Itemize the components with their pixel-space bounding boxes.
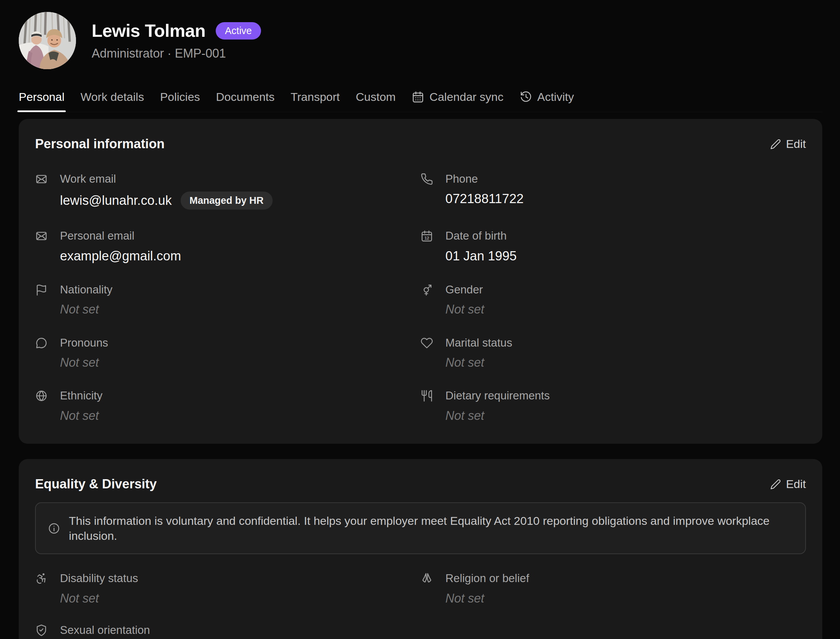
field-label: Sexual orientation (60, 623, 150, 637)
confidentiality-notice-text: This information is voluntary and confid… (69, 513, 793, 543)
field-value: Not set (445, 302, 484, 316)
mail-icon (35, 173, 48, 185)
tab-label: Custom (356, 90, 395, 103)
field-religion-or-belief: Religion or beliefNot set (421, 571, 806, 605)
speech-bubble-icon (35, 337, 48, 349)
heart-icon (421, 337, 433, 349)
shield-check-icon (35, 624, 48, 637)
field-disability-status: Disability statusNot set (35, 571, 421, 605)
edit-personal-information-button[interactable]: Edit (770, 137, 806, 151)
field-value: Not set (445, 409, 484, 423)
tab-policies[interactable]: Policies (160, 90, 200, 112)
field-work-email: Work emaillewis@lunahr.co.ukManaged by H… (35, 172, 421, 210)
field-label: Personal email (60, 229, 181, 243)
field-label: Dietary requirements (445, 388, 549, 402)
phone-icon (421, 173, 433, 185)
avatar (19, 12, 76, 69)
history-icon (520, 91, 532, 103)
employee-profile-page: Lewis Tolman Active Administrator · EMP-… (0, 0, 840, 639)
confidentiality-notice: This information is voluntary and confid… (35, 502, 806, 554)
field-label: Marital status (445, 336, 512, 350)
field-value: Not set (60, 356, 99, 369)
field-label: Gender (445, 283, 484, 297)
field-label: Work email (60, 172, 273, 186)
field-label: Phone (445, 172, 524, 186)
tab-custom[interactable]: Custom (356, 90, 395, 112)
personal-information-card: Personal information Edit Work emaillewi… (19, 119, 822, 444)
field-phone: Phone07218811722 (421, 172, 806, 210)
tab-transport[interactable]: Transport (291, 90, 340, 112)
tab-label: Transport (291, 90, 340, 103)
tab-label: Calendar sync (429, 90, 503, 103)
tab-activity[interactable]: Activity (520, 90, 574, 112)
field-label: Nationality (60, 283, 113, 297)
praying-hands-icon (421, 572, 433, 585)
field-nationality: NationalityNot set (35, 283, 421, 316)
calendar-icon (412, 91, 424, 103)
field-gender: GenderNot set (421, 283, 806, 316)
field-personal-email: Personal emailexample@gmail.com (35, 229, 421, 264)
field-value: Not set (60, 302, 99, 316)
field-value: 01 Jan 1995 (445, 249, 517, 264)
field-dietary-requirements: Dietary requirementsNot set (421, 388, 806, 423)
field-date-of-birth: 12Date of birth01 Jan 1995 (421, 229, 806, 264)
tab-documents[interactable]: Documents (216, 90, 275, 112)
info-icon (48, 523, 60, 534)
field-label: Ethnicity (60, 388, 103, 402)
field-label: Date of birth (445, 229, 517, 243)
field-value: 07218811722 (445, 192, 524, 207)
field-sexual-orientation: Sexual orientationNot set (35, 623, 421, 639)
personal-fields-grid: Work emaillewis@lunahr.co.ukManaged by H… (35, 172, 806, 423)
gender-icon (421, 283, 433, 296)
svg-text:12: 12 (425, 236, 429, 241)
tab-label: Work details (80, 90, 144, 103)
field-value: Not set (60, 409, 99, 423)
tab-label: Policies (160, 90, 200, 103)
field-label: Pronouns (60, 336, 108, 350)
field-value: Not set (445, 356, 484, 369)
pencil-icon (770, 139, 781, 149)
pencil-icon (770, 479, 781, 490)
edit-equality-diversity-button[interactable]: Edit (770, 477, 806, 491)
edit-button-label: Edit (786, 137, 806, 151)
role-employee-id: Administrator · EMP-001 (92, 46, 261, 60)
tab-personal[interactable]: Personal (19, 90, 64, 112)
header-text: Lewis Tolman Active Administrator · EMP-… (92, 21, 261, 60)
profile-tabs: PersonalWork detailsPoliciesDocumentsTra… (19, 90, 822, 112)
profile-header: Lewis Tolman Active Administrator · EMP-… (19, 0, 822, 69)
flag-icon (35, 283, 48, 296)
equality-diversity-title: Equality & Diversity (35, 477, 157, 491)
equality-fields-grid: Disability statusNot setReligion or beli… (35, 571, 806, 639)
field-value: Not set (445, 591, 484, 605)
field-value: lewis@lunahr.co.uk (60, 193, 172, 208)
field-ethnicity: EthnicityNot set (35, 388, 421, 423)
field-value: Not set (60, 591, 99, 605)
field-marital-status: Marital statusNot set (421, 336, 806, 370)
personal-information-title: Personal information (35, 137, 165, 151)
globe-icon (35, 389, 48, 402)
wheelchair-icon (35, 572, 48, 585)
field-pronouns: PronounsNot set (35, 336, 421, 370)
managed-by-hr-chip: Managed by HR (181, 192, 273, 210)
tab-label: Activity (537, 90, 574, 103)
field-label: Disability status (60, 571, 138, 585)
mail-icon (35, 230, 48, 242)
page-title: Lewis Tolman (92, 21, 205, 41)
tab-work-details[interactable]: Work details (80, 90, 144, 112)
calendar-date-icon: 12 (421, 230, 433, 242)
tab-label: Personal (19, 90, 64, 103)
field-value: example@gmail.com (60, 249, 181, 264)
utensils-icon (421, 389, 433, 402)
equality-diversity-card: Equality & Diversity Edit This informati… (19, 459, 822, 639)
edit-button-label: Edit (786, 477, 806, 491)
status-badge: Active (216, 22, 261, 40)
field-label: Religion or belief (445, 571, 529, 585)
tab-calendar-sync[interactable]: Calendar sync (412, 90, 503, 112)
tab-label: Documents (216, 90, 275, 103)
